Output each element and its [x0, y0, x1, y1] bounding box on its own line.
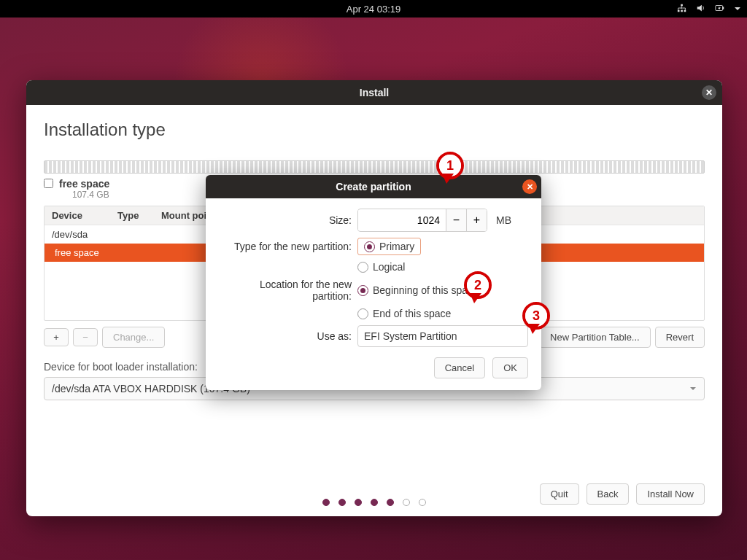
progress-pager: [26, 499, 722, 506]
change-partition-button[interactable]: Change...: [102, 327, 165, 348]
radio-logical[interactable]: Logical: [357, 261, 405, 273]
size-decrement-button[interactable]: −: [446, 209, 466, 231]
cancel-button[interactable]: Cancel: [434, 357, 485, 378]
cell-type: [110, 244, 154, 262]
top-menu-bar: Apr 24 03:19: [0, 0, 747, 18]
dialog-footer: Cancel OK: [219, 357, 528, 378]
system-tray: [677, 0, 741, 18]
new-partition-table-button[interactable]: New Partition Table...: [539, 327, 651, 348]
pager-dot: [371, 499, 378, 506]
annotation-2: 2: [464, 271, 492, 299]
cell-type: [110, 225, 154, 244]
installer-close-button[interactable]: ✕: [702, 85, 716, 100]
pager-dot: [419, 499, 426, 506]
radio-beginning-label: Beginning of this space: [373, 284, 479, 296]
pager-dot: [387, 499, 394, 506]
cell-device: /dev/sda: [44, 225, 110, 244]
installer-titlebar: Install ✕: [26, 80, 722, 105]
installer-title: Install: [360, 87, 389, 98]
disk-label: free space: [59, 178, 109, 190]
svg-rect-1: [681, 9, 683, 12]
dialog-body: Size: − + MB Type for the new partition:…: [206, 198, 541, 390]
disk-usage-bar: [44, 160, 705, 174]
remove-partition-button[interactable]: −: [73, 328, 98, 346]
radio-logical-input[interactable]: [357, 262, 368, 273]
volume-icon[interactable]: [696, 3, 706, 15]
dialog-titlebar: Create partition ✕: [206, 175, 541, 198]
radio-end-input[interactable]: [357, 308, 368, 319]
dialog-title: Create partition: [336, 181, 411, 192]
dialog-close-button[interactable]: ✕: [522, 179, 537, 194]
svg-rect-0: [678, 9, 680, 12]
ok-button[interactable]: OK: [492, 357, 528, 378]
radio-beginning[interactable]: Beginning of this space: [357, 284, 479, 296]
partition-type-label: Type for the new partition:: [219, 241, 357, 252]
power-menu-icon[interactable]: [734, 4, 741, 15]
radio-primary-input[interactable]: [364, 241, 375, 252]
pager-dot: [338, 499, 346, 506]
radio-end-label: End of this space: [373, 308, 451, 319]
col-header-device[interactable]: Device: [44, 206, 110, 225]
partition-location-label: Location for the new partition:: [219, 279, 357, 302]
radio-primary[interactable]: Primary: [357, 238, 421, 255]
useas-combo[interactable]: EFI System Partition: [357, 325, 528, 347]
page-heading: Installation type: [44, 120, 705, 140]
disk-size: 107.4 GB: [72, 190, 109, 200]
chevron-down-icon: [689, 385, 697, 392]
svg-rect-2: [684, 9, 686, 12]
network-icon[interactable]: [677, 3, 687, 15]
pager-dot: [403, 499, 410, 506]
add-partition-button[interactable]: +: [44, 328, 69, 346]
clock-text: Apr 24 03:19: [347, 4, 400, 15]
radio-end[interactable]: End of this space: [357, 308, 451, 319]
size-unit: MB: [496, 214, 511, 226]
size-input[interactable]: [358, 210, 446, 230]
useas-label: Use as:: [219, 330, 357, 342]
radio-primary-label: Primary: [379, 241, 414, 252]
pager-dot: [355, 499, 362, 506]
battery-icon[interactable]: [715, 3, 725, 15]
cell-device: free space: [44, 244, 110, 262]
annotation-1: 1: [436, 152, 464, 179]
svg-rect-3: [681, 4, 683, 6]
pager-dot: [322, 499, 330, 506]
radio-logical-label: Logical: [373, 261, 405, 273]
useas-value: EFI System Partition: [364, 330, 457, 342]
svg-rect-5: [723, 7, 724, 9]
col-header-type[interactable]: Type: [110, 206, 154, 225]
size-increment-button[interactable]: +: [466, 209, 487, 231]
size-label: Size:: [219, 214, 357, 226]
annotation-3: 3: [522, 302, 550, 330]
radio-beginning-input[interactable]: [357, 285, 368, 296]
size-spinner: − +: [357, 209, 487, 232]
revert-button[interactable]: Revert: [655, 327, 705, 348]
disk-checkbox[interactable]: [44, 179, 53, 188]
